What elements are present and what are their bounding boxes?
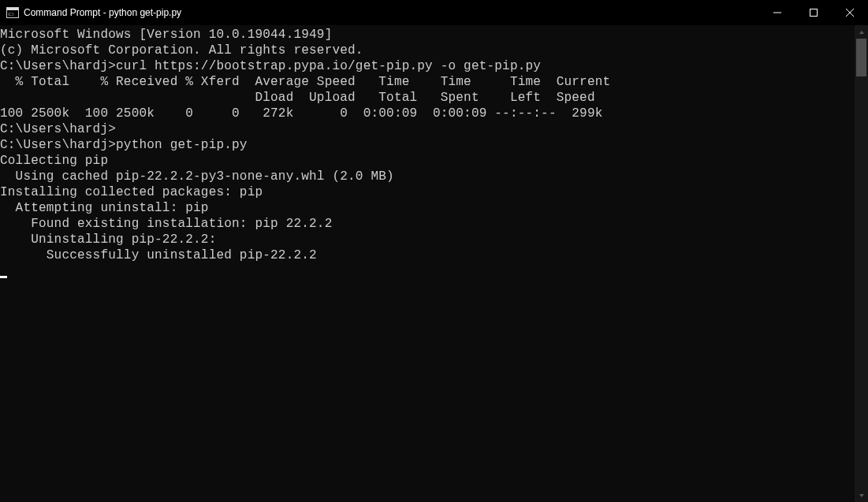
terminal-area: Microsoft Windows [Version 10.0.19044.19… (0, 25, 868, 502)
terminal-line: Using cached pip-22.2.2-py3-none-any.whl… (0, 169, 855, 184)
titlebar-left: C:\ Command Prompt - python get-pip.py (0, 6, 181, 19)
window-controls (759, 0, 868, 25)
terminal-line: Collecting pip (0, 153, 855, 169)
cursor (0, 276, 7, 278)
svg-rect-1 (7, 8, 18, 10)
svg-text:C:\: C:\ (9, 12, 15, 17)
scroll-thumb[interactable] (856, 39, 866, 76)
terminal-line: Installing collected packages: pip (0, 184, 855, 200)
svg-rect-4 (810, 9, 818, 17)
minimize-button[interactable] (759, 0, 795, 25)
terminal-line: C:\Users\hardj> (0, 121, 855, 137)
terminal-line: 100 2500k 100 2500k 0 0 272k 0 0:00:09 0… (0, 106, 855, 121)
terminal-line: % Total % Received % Xferd Average Speed… (0, 74, 855, 90)
scrollbar[interactable] (855, 25, 868, 502)
close-button[interactable] (832, 0, 868, 25)
terminal-line: Successfully uninstalled pip-22.2.2 (0, 247, 855, 263)
window-title: Command Prompt - python get-pip.py (24, 7, 181, 18)
maximize-button[interactable] (795, 0, 832, 25)
terminal-line: Microsoft Windows [Version 10.0.19044.19… (0, 27, 855, 43)
terminal-line: Found existing installation: pip 22.2.2 (0, 216, 855, 232)
terminal-line: C:\Users\hardj>python get-pip.py (0, 137, 855, 153)
terminal-line: C:\Users\hardj>curl https://bootstrap.py… (0, 58, 855, 74)
titlebar: C:\ Command Prompt - python get-pip.py (0, 0, 868, 25)
terminal-line: Uninstalling pip-22.2.2: (0, 232, 855, 247)
terminal-line: (c) Microsoft Corporation. All rights re… (0, 43, 855, 58)
terminal-line (0, 263, 855, 279)
terminal-output[interactable]: Microsoft Windows [Version 10.0.19044.19… (0, 25, 855, 502)
cmd-icon: C:\ (6, 6, 19, 19)
scroll-up-icon[interactable] (855, 25, 868, 39)
scroll-down-icon[interactable] (855, 489, 868, 502)
terminal-line: Attempting uninstall: pip (0, 200, 855, 216)
terminal-line: Dload Upload Total Spent Left Speed (0, 90, 855, 106)
